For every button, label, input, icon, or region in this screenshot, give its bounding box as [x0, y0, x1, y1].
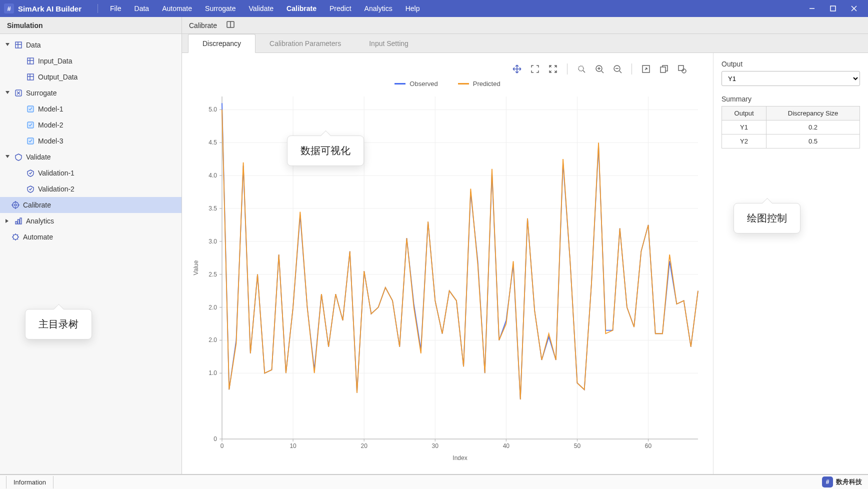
tree-label: Surrogate: [26, 89, 56, 97]
tree-label: Analytics: [26, 217, 54, 225]
svg-text:5.0: 5.0: [208, 106, 217, 113]
tree-node-surrogate[interactable]: Surrogate: [0, 85, 182, 101]
app-logo-icon: #: [4, 4, 14, 14]
nav-tree: Data Input_Data Output_Data Surrogate Mo…: [0, 37, 182, 245]
menu-predict[interactable]: Predict: [324, 2, 358, 16]
summary-table: Output Discrepancy Size Y10.2Y20.5: [722, 106, 860, 148]
main-menu: FileDataAutomateSurrogateValidateCalibra…: [104, 2, 426, 16]
tree-label: Validation-2: [38, 185, 74, 193]
legend-predicted: Predicted: [473, 80, 500, 88]
brand-text: 数舟科技: [836, 478, 862, 486]
svg-text:40: 40: [503, 442, 510, 450]
tree-node-calibrate[interactable]: Calibrate: [0, 197, 182, 213]
svg-rect-31: [20, 218, 22, 224]
svg-marker-28: [6, 219, 8, 223]
menu-file[interactable]: File: [104, 2, 128, 16]
app-title: SimArk AI Builder: [18, 4, 82, 13]
svg-text:4.5: 4.5: [208, 139, 217, 146]
zoom-fit-icon[interactable]: [529, 63, 541, 75]
close-button[interactable]: [844, 2, 864, 16]
tree-node-validation1[interactable]: Validation-1: [0, 165, 182, 181]
tree-label: Validate: [26, 153, 51, 161]
svg-rect-1: [830, 6, 836, 11]
tree-node-data[interactable]: Data: [0, 37, 182, 53]
notebook-icon[interactable]: [226, 20, 235, 30]
window-controls: [802, 2, 864, 16]
status-info-tab[interactable]: Information: [6, 476, 54, 488]
menu-help[interactable]: Help: [400, 2, 426, 16]
output-label: Output: [722, 60, 860, 68]
tree-node-analytics[interactable]: Analytics: [0, 213, 182, 229]
chart-area: Observed Predicted 01.02.02.02.53.03.54.…: [182, 53, 713, 474]
svg-text:20: 20: [360, 442, 368, 450]
copy-icon[interactable]: [658, 63, 670, 75]
tree-label: Data: [26, 41, 41, 49]
svg-line-34: [583, 70, 585, 72]
tab-calibration-parameters[interactable]: Calibration Parameters: [256, 34, 355, 52]
tree-label: Model-2: [38, 121, 64, 129]
tree-node-output-data[interactable]: Output_Data: [0, 69, 182, 85]
titlebar: # SimArk AI Builder FileDataAutomateSurr…: [0, 0, 868, 17]
tab-input-setting[interactable]: Input Setting: [355, 34, 422, 52]
subbar: Simulation Calibrate: [0, 17, 868, 34]
statusbar: Information # 数舟科技: [0, 474, 868, 489]
svg-text:60: 60: [645, 442, 652, 450]
svg-rect-30: [18, 220, 20, 224]
sidebar: Data Input_Data Output_Data Surrogate Mo…: [0, 34, 182, 474]
chart-legend: Observed Predicted: [187, 80, 708, 88]
zoom-region-icon[interactable]: [576, 63, 588, 75]
summary-label: Summary: [722, 95, 860, 103]
chart-toolbar: [187, 58, 708, 80]
table-row: Y20.5: [722, 134, 860, 148]
svg-rect-10: [28, 58, 34, 64]
tree-label: Validation-1: [38, 169, 74, 177]
pan-icon[interactable]: [511, 63, 523, 75]
brand-badge: # 数舟科技: [822, 476, 862, 488]
svg-rect-13: [28, 74, 34, 80]
line-chart[interactable]: 01.02.02.02.53.03.54.04.55.0010203040506…: [187, 92, 708, 464]
callout-viz: 数据可视化: [287, 136, 364, 166]
settings-icon[interactable]: [676, 63, 688, 75]
tab-discrepancy[interactable]: Discrepancy: [188, 34, 256, 53]
svg-point-23: [14, 204, 16, 206]
menu-analytics[interactable]: Analytics: [358, 2, 398, 16]
svg-text:1.0: 1.0: [208, 370, 217, 376]
tree-node-input-data[interactable]: Input_Data: [0, 53, 182, 69]
svg-text:4.0: 4.0: [208, 172, 217, 179]
tree-label: Model-3: [38, 137, 64, 145]
menu-validate[interactable]: Validate: [243, 2, 280, 16]
export-icon[interactable]: [640, 63, 652, 75]
svg-point-33: [578, 66, 584, 71]
svg-text:2.0: 2.0: [208, 336, 217, 344]
svg-text:Value: Value: [192, 260, 200, 275]
table-row: Y10.2: [722, 120, 860, 134]
tree-node-model3[interactable]: Model-3: [0, 133, 182, 149]
zoom-in-icon[interactable]: [594, 63, 606, 75]
svg-rect-29: [16, 222, 17, 224]
output-select[interactable]: Y1: [722, 71, 860, 86]
tree-node-model1[interactable]: Model-1: [0, 101, 182, 117]
brand-logo-icon: #: [822, 476, 833, 488]
tree-label: Output_Data: [38, 73, 78, 81]
callout-tree: 主目录树: [25, 309, 92, 340]
legend-observed: Observed: [410, 80, 438, 88]
zoom-out-all-icon[interactable]: [547, 63, 559, 75]
menu-data[interactable]: Data: [128, 2, 156, 16]
zoom-out-icon[interactable]: [612, 63, 624, 75]
maximize-button[interactable]: [823, 2, 843, 16]
divider: [98, 4, 98, 13]
minimize-button[interactable]: [802, 2, 822, 16]
menu-calibrate[interactable]: Calibrate: [280, 2, 322, 16]
svg-point-45: [682, 69, 686, 73]
tree-node-validation2[interactable]: Validation-2: [0, 181, 182, 197]
svg-marker-16: [6, 91, 10, 94]
svg-text:3.5: 3.5: [208, 205, 217, 212]
menu-automate[interactable]: Automate: [156, 2, 198, 16]
callout-plot-control: 绘图控制: [734, 203, 800, 234]
tree-node-model2[interactable]: Model-2: [0, 117, 182, 133]
tree-node-validate[interactable]: Validate: [0, 149, 182, 165]
subbar-title: Calibrate: [189, 22, 217, 30]
tree-node-automate[interactable]: Automate: [0, 229, 182, 245]
svg-line-41: [620, 71, 622, 73]
menu-surrogate[interactable]: Surrogate: [199, 2, 242, 16]
